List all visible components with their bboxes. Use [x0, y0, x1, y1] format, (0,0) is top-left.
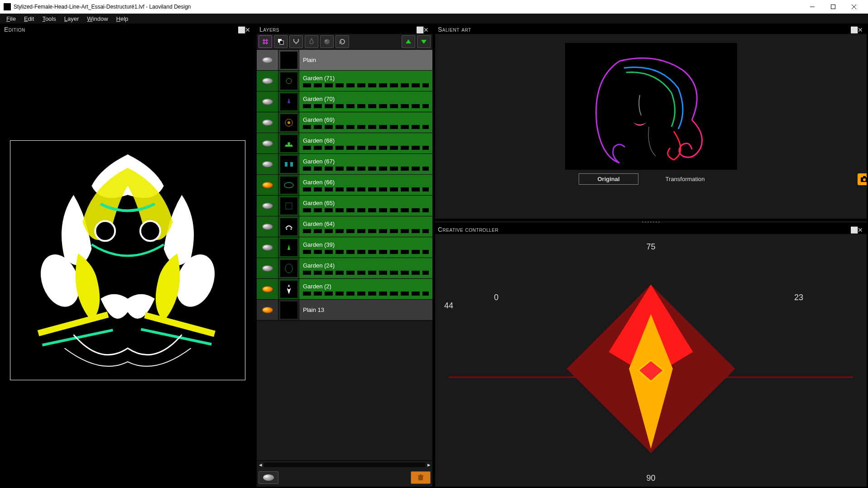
svg-rect-27: [418, 475, 423, 476]
tool-merge-icon[interactable]: [289, 35, 303, 48]
panel-close-icon[interactable]: ✕: [423, 26, 430, 33]
layer-visibility-icon[interactable]: [257, 258, 278, 278]
layer-name: Garden (68): [303, 137, 429, 144]
scroll-right-icon[interactable]: ▸: [425, 462, 432, 468]
layer-timeline[interactable]: [303, 146, 429, 150]
menu-layer[interactable]: Layer: [61, 14, 83, 23]
menu-window[interactable]: Window: [83, 14, 111, 23]
tab-transformation[interactable]: Transformation: [647, 174, 723, 184]
layer-row[interactable]: Garden (71): [257, 71, 432, 91]
panel-max-icon[interactable]: ⬜: [238, 26, 244, 33]
layer-visibility-icon[interactable]: [257, 279, 278, 299]
layer-thumbnail: [278, 196, 299, 216]
layer-thumbnail: [278, 300, 299, 320]
svg-point-17: [290, 143, 292, 145]
layer-move-up-button[interactable]: [402, 35, 415, 48]
panel-separator[interactable]: [435, 221, 867, 223]
layer-name: Garden (66): [303, 179, 429, 186]
layer-visibility-icon[interactable]: [257, 216, 278, 237]
panel-max-icon[interactable]: ⬜: [416, 26, 422, 33]
layers-hscroll[interactable]: ◂ ▸: [257, 460, 432, 469]
panel-max-icon[interactable]: ⬜: [850, 226, 857, 233]
layer-visibility-icon[interactable]: [257, 196, 278, 216]
layer-info: Plain: [299, 50, 432, 70]
layer-row[interactable]: Garden (65): [257, 196, 432, 216]
scroll-left-icon[interactable]: ◂: [257, 462, 264, 468]
cc-label-farleft: 44: [444, 301, 453, 311]
layer-timeline[interactable]: [303, 250, 429, 254]
layer-row[interactable]: Garden (70): [257, 91, 432, 112]
layer-info: Garden (69): [299, 112, 432, 133]
svg-rect-18: [285, 162, 288, 167]
layer-timeline[interactable]: [303, 187, 429, 191]
layer-row[interactable]: Plain 13: [257, 300, 432, 321]
tool-sphere-icon[interactable]: [320, 35, 334, 48]
panel-close-icon[interactable]: ✕: [858, 226, 864, 233]
layer-timeline[interactable]: [303, 208, 429, 212]
layer-timeline[interactable]: [303, 229, 429, 233]
tool-refresh-icon[interactable]: [336, 35, 349, 48]
panel-close-icon[interactable]: ✕: [858, 26, 864, 33]
layer-thumbnail: [278, 237, 299, 258]
snapshot-button[interactable]: [858, 173, 867, 185]
layer-timeline[interactable]: [303, 125, 429, 129]
layer-thumbnail: [278, 175, 299, 195]
layer-row[interactable]: Garden (2): [257, 279, 432, 300]
layer-row[interactable]: Garden (24): [257, 258, 432, 279]
layer-visibility-icon[interactable]: [257, 154, 278, 174]
creative-header: Creative controller ⬜ ✕: [435, 225, 867, 234]
svg-point-11: [324, 39, 330, 44]
layer-visibility-icon[interactable]: [257, 91, 278, 112]
panel-max-icon[interactable]: ⬜: [850, 26, 857, 33]
layer-visibility-icon[interactable]: [257, 175, 278, 195]
layer-row[interactable]: Garden (68): [257, 133, 432, 154]
layer-name: Garden (2): [303, 283, 429, 290]
layer-thumbnail: [278, 133, 299, 153]
layer-name: Plain: [303, 57, 429, 63]
layer-name: Garden (39): [303, 241, 429, 248]
layer-visibility-icon[interactable]: [257, 112, 278, 133]
layer-visibility-icon[interactable]: [257, 50, 278, 70]
layer-row[interactable]: Garden (64): [257, 216, 432, 237]
tool-duplicate-icon[interactable]: [274, 35, 288, 48]
edition-canvas[interactable]: [10, 140, 245, 380]
close-button[interactable]: [844, 0, 864, 14]
layer-move-down-button[interactable]: [417, 35, 431, 48]
layer-timeline[interactable]: [303, 271, 429, 275]
cc-label-bottom: 90: [646, 474, 655, 483]
layer-row[interactable]: Garden (39): [257, 237, 432, 258]
tab-original[interactable]: Original: [579, 173, 638, 185]
minimize-button[interactable]: [802, 0, 823, 14]
panel-close-icon[interactable]: ✕: [245, 26, 251, 33]
layer-timeline[interactable]: [303, 83, 429, 87]
layer-visibility-icon[interactable]: [257, 71, 278, 91]
layer-row[interactable]: Garden (67): [257, 154, 432, 175]
svg-point-8: [140, 221, 160, 241]
menu-edit[interactable]: Edit: [20, 14, 38, 23]
edition-viewport[interactable]: [1, 34, 254, 487]
salient-canvas: [565, 43, 737, 170]
tool-hash-icon[interactable]: [259, 35, 272, 48]
tool-drop-icon[interactable]: [305, 35, 318, 48]
layer-visibility-icon[interactable]: [257, 237, 278, 258]
layer-row[interactable]: Garden (69): [257, 112, 432, 133]
layer-thumbnail: [278, 216, 299, 237]
maximize-button[interactable]: [823, 0, 844, 14]
layers-list[interactable]: PlainGarden (71)Garden (70)Garden (69)Ga…: [257, 49, 432, 460]
delete-layer-button[interactable]: [411, 471, 431, 484]
layer-timeline[interactable]: [303, 104, 429, 108]
menu-help[interactable]: Help: [113, 14, 132, 23]
creative-controller-canvas[interactable]: 75 23 90 0 44: [435, 234, 867, 487]
layer-visibility-icon[interactable]: [257, 300, 278, 320]
layer-visibility-icon[interactable]: [257, 133, 278, 153]
svg-point-25: [288, 287, 290, 289]
layer-timeline[interactable]: [303, 292, 429, 296]
layer-row[interactable]: Garden (66): [257, 175, 432, 196]
layer-visibility-toggle[interactable]: [259, 471, 278, 484]
layer-timeline[interactable]: [303, 167, 429, 171]
menu-tools[interactable]: Tools: [38, 14, 59, 23]
svg-rect-26: [418, 476, 423, 480]
layer-row[interactable]: Plain: [257, 50, 432, 71]
layer-info: Garden (2): [299, 279, 432, 299]
menu-file[interactable]: File: [3, 14, 19, 23]
